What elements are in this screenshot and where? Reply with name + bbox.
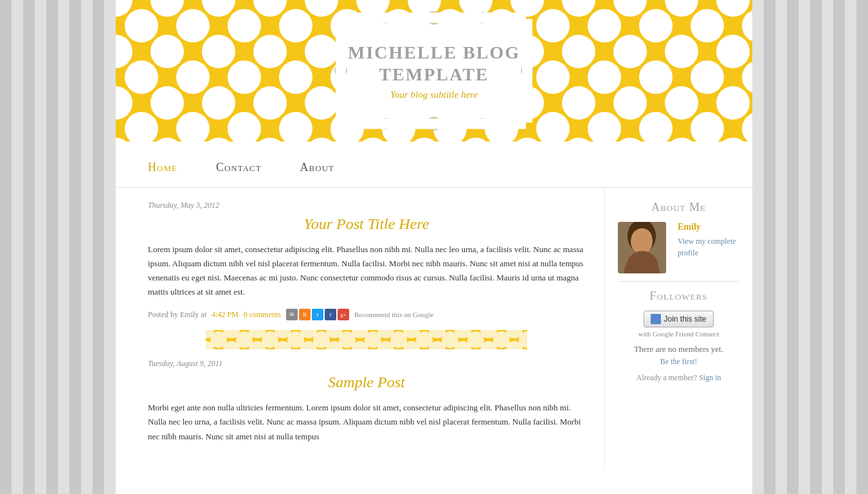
svg-rect-25 bbox=[206, 330, 527, 349]
no-members-text: There are no members yet. bbox=[618, 344, 739, 354]
svg-point-29 bbox=[624, 257, 660, 273]
share-twitter-icon[interactable]: t bbox=[312, 309, 323, 320]
about-me-text: Emily View my complete profile bbox=[678, 222, 739, 258]
site-header: Michelle Blog Template Your blog subtitl… bbox=[116, 0, 752, 142]
post-1-date: Thursday, May 3, 2012 bbox=[148, 201, 585, 210]
main-layout: Thursday, May 3, 2012 Your Post Title He… bbox=[116, 188, 752, 466]
page-wrapper: Michelle Blog Template Your blog subtitl… bbox=[116, 0, 752, 494]
svg-point-28 bbox=[631, 228, 653, 254]
sign-in-link[interactable]: Sign in bbox=[699, 373, 721, 382]
nav-about[interactable]: About bbox=[300, 161, 334, 174]
about-me-section: Emily View my complete profile bbox=[618, 222, 739, 273]
google-friend-text: with Google Friend Connect bbox=[618, 330, 739, 338]
author-name: Emily bbox=[678, 222, 739, 232]
post-1-footer: Posted by Emily at 4:42 PM 0 comments ✉ … bbox=[148, 309, 585, 320]
sidebar-divider-1 bbox=[618, 281, 739, 282]
main-nav: Home Contact About bbox=[116, 142, 752, 188]
author-avatar bbox=[618, 222, 666, 273]
post-2-title: Sample Post bbox=[148, 374, 585, 391]
sidebar: About Me bbox=[604, 188, 752, 466]
content-area: Thursday, May 3, 2012 Your Post Title He… bbox=[116, 188, 604, 466]
be-first-link[interactable]: Be the first! bbox=[618, 357, 739, 367]
join-site-button[interactable]: Join this site bbox=[644, 311, 713, 327]
share-icons: ✉ B t f g+ bbox=[286, 309, 349, 320]
share-blogger-icon[interactable]: B bbox=[299, 309, 311, 320]
post-divider bbox=[206, 330, 527, 349]
header-badge: Michelle Blog Template Your blog subtitl… bbox=[334, 12, 534, 131]
svg-rect-15 bbox=[342, 13, 526, 23]
already-member-text: Already a member? Sign in bbox=[618, 373, 739, 383]
svg-rect-16 bbox=[342, 119, 526, 129]
followers-section: Followers Join this site with Google Fri… bbox=[618, 289, 739, 383]
blog-subtitle: Your blog subtitle here bbox=[341, 89, 527, 100]
divider-svg bbox=[206, 330, 527, 349]
blog-title: Michelle Blog Template bbox=[341, 42, 527, 85]
svg-point-30 bbox=[632, 232, 642, 244]
post-1-title: Your Post Title Here bbox=[148, 215, 585, 233]
view-profile-link[interactable]: View my complete profile bbox=[678, 237, 736, 257]
post-2-date: Tuesday, August 9, 2011 bbox=[148, 359, 585, 369]
recommend-text: Recommend this on Google bbox=[354, 311, 433, 318]
post-1-time[interactable]: 4:42 PM bbox=[212, 310, 239, 320]
join-btn-label: Join this site bbox=[664, 315, 706, 324]
avatar-svg bbox=[618, 222, 666, 273]
nav-contact[interactable]: Contact bbox=[216, 161, 262, 174]
post-1-comments[interactable]: 0 comments bbox=[244, 310, 281, 320]
post-2-body: Morbi eget ante non nulla ultricies ferm… bbox=[148, 401, 585, 443]
post-1: Thursday, May 3, 2012 Your Post Title He… bbox=[148, 201, 585, 320]
share-gplus-icon[interactable]: g+ bbox=[338, 309, 349, 320]
posted-by-label: Posted by Emily at bbox=[148, 310, 206, 320]
post-2: Tuesday, August 9, 2011 Sample Post Morb… bbox=[148, 359, 585, 443]
badge-content: Michelle Blog Template Your blog subtitl… bbox=[334, 35, 534, 106]
nav-home[interactable]: Home bbox=[148, 161, 177, 174]
post-1-body: Lorem ipsum dolor sit amet, consectetur … bbox=[148, 242, 585, 299]
share-facebook-icon[interactable]: f bbox=[325, 309, 336, 320]
followers-title: Followers bbox=[618, 289, 739, 303]
share-email-icon[interactable]: ✉ bbox=[286, 309, 298, 320]
google-friend-icon bbox=[651, 314, 661, 324]
about-me-title: About Me bbox=[618, 201, 739, 214]
